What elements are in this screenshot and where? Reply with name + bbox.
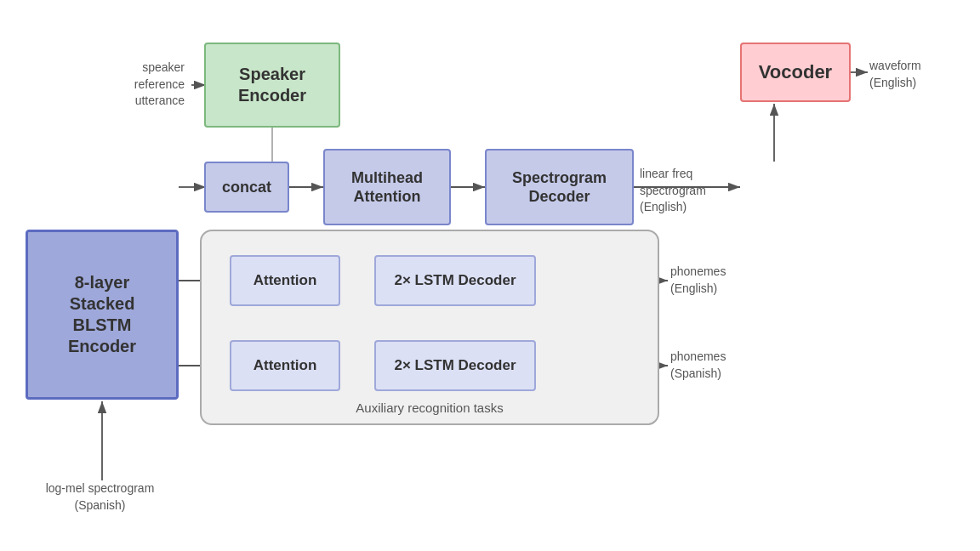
attention2-box: Attention [230,340,340,391]
spectrogram-decoder-box: SpectrogramDecoder [485,149,634,225]
attention2-label: Attention [254,356,317,374]
blstm-encoder-box: 8-layerStackedBLSTMEncoder [26,230,179,400]
concat-label: concat [222,178,271,197]
concat-box: concat [204,162,289,213]
waveform-label: waveform(English) [869,58,921,91]
linear-freq-label: linear freqspectrogram(English) [640,166,738,216]
spectrogram-decoder-label: SpectrogramDecoder [512,168,607,207]
multihead-attention-box: MultiheadAttention [323,149,451,225]
lstm-decoder1-box: 2× LSTM Decoder [374,255,536,306]
blstm-label: 8-layerStackedBLSTMEncoder [68,272,136,357]
vocoder-label: Vocoder [759,60,832,84]
speaker-encoder-box: Speaker Encoder [204,43,340,128]
log-mel-label: log-mel spectrogram(Spanish) [26,480,174,514]
attention1-box: Attention [230,255,340,306]
vocoder-box: Vocoder [740,43,851,102]
lstm-decoder1-label: 2× LSTM Decoder [394,271,516,289]
lstm-decoder2-box: 2× LSTM Decoder [374,340,536,391]
aux-tasks-label: Auxiliary recognition tasks [202,400,658,415]
multihead-label: MultiheadAttention [351,168,423,207]
attention1-label: Attention [254,271,317,289]
speaker-ref-label: speakerreferenceutterance [48,60,185,110]
diagram: Speaker Encoder Vocoder concat Multihead… [0,0,980,551]
phonemes-spanish-label: phonemes(Spanish) [670,349,726,382]
lstm-decoder2-label: 2× LSTM Decoder [394,356,516,374]
phonemes-english-label: phonemes(English) [670,264,726,297]
speaker-encoder-label: Speaker Encoder [206,64,339,106]
